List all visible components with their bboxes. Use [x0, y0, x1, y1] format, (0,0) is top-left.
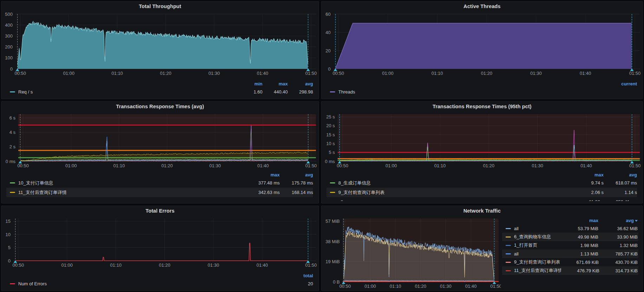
- svg-text:200: 200: [5, 44, 13, 50]
- legend-column-header[interactable]: min: [237, 81, 262, 86]
- response-avg-chart[interactable]: 0 ms2 s4 s6 s00:5001:0001:1001:2001:3001…: [1, 111, 319, 170]
- legend-row[interactable]: Num of Errors20: [6, 279, 313, 288]
- response-95pct-chart[interactable]: 0 ms5 s10 s15 s20 s25 s00:5001:0001:1001…: [321, 111, 643, 170]
- svg-text:01:10: 01:10: [431, 71, 443, 76]
- legend-column-header[interactable]: total: [288, 273, 313, 278]
- svg-text:01:20: 01:20: [415, 284, 427, 289]
- svg-text:01:00: 01:00: [382, 71, 393, 76]
- svg-text:00:50: 00:50: [339, 284, 351, 289]
- panel-header[interactable]: Total Throughput: [1, 1, 319, 11]
- legend-value: 1.60: [237, 89, 262, 95]
- legend-row[interactable]: 11_支付后查询订单详情476.79 KiB314.73 KiB: [502, 266, 638, 275]
- legend-series-label[interactable]: 10_支付订单信息: [18, 180, 53, 186]
- legend-series-label[interactable]: 1_打开首页: [514, 242, 537, 248]
- legend-value: 49.98 MiB: [559, 234, 598, 240]
- svg-text:01:20: 01:20: [483, 163, 495, 168]
- panel-header[interactable]: Transactions Response Times (95th pct): [321, 102, 643, 111]
- legend-value: 440.40: [262, 89, 288, 95]
- svg-text:00:50: 00:50: [333, 71, 344, 76]
- legend-row[interactable]: 9_支付前查询订单列表671.69 KiB430.70 KiB: [502, 258, 638, 266]
- series-color-dash-icon: [10, 91, 15, 92]
- series-color-dash-icon: [506, 228, 511, 229]
- svg-text:01:50: 01:50: [629, 163, 641, 168]
- panel-response-times-95pct: Transactions Response Times (95th pct) 0…: [321, 101, 643, 203]
- legend-series-label[interactable]: 11_支付后查询订单详情: [18, 189, 67, 196]
- legend-series-label[interactable]: Threads: [338, 89, 355, 95]
- legend-header-row: maxavg: [502, 216, 638, 224]
- legend-series-label[interactable]: Req / s: [18, 89, 33, 95]
- panel-response-times-avg: Transactions Response Times (avg) 0 ms2 …: [1, 101, 319, 203]
- legend-value: 377.48 ms: [246, 180, 280, 186]
- legend-row[interactable]: 11_支付后查询订单详情342.63 ms168.14 ms: [6, 188, 313, 197]
- legend-column-header[interactable]: current: [612, 81, 637, 86]
- legend-series-label[interactable]: all: [514, 251, 519, 257]
- throughput-chart[interactable]: 010020030040050000:5001:0001:1001:2001:3…: [1, 11, 319, 77]
- svg-text:0 B: 0 B: [333, 279, 340, 285]
- legend-value: 1.13 MiB: [559, 251, 598, 257]
- panel-header[interactable]: Network Traffic: [321, 206, 643, 216]
- legend-row[interactable]: all1.13 MiB785.77 KiB: [502, 249, 638, 258]
- legend-column-header[interactable]: max: [262, 81, 288, 86]
- legend-series-label[interactable]: 9_支付前查询订单列表: [338, 189, 384, 196]
- legend-row[interactable]: 9_支付前查询订单列表2.06 s1.14 s: [326, 188, 637, 197]
- legend-row[interactable]: Req / s1.60440.40298.98: [6, 87, 313, 97]
- svg-text:5: 5: [8, 245, 11, 250]
- svg-text:15 s: 15 s: [326, 132, 335, 137]
- panel-header[interactable]: Transactions Response Times (avg): [1, 102, 319, 111]
- series-color-dash-icon: [506, 245, 511, 246]
- legend-column-header[interactable]: max: [246, 172, 280, 177]
- errors-chart[interactable]: 05101500:5001:0001:1001:2001:3001:4001:5…: [1, 216, 319, 269]
- svg-text:01:10: 01:10: [113, 163, 125, 168]
- svg-text:01:50: 01:50: [490, 284, 501, 289]
- response-avg-legend: maxavg10_支付订单信息377.48 ms175.78 ms11_支付后查…: [6, 171, 313, 201]
- legend-row[interactable]: 1_打开首页1.98 MiB1.32 MiB: [502, 241, 638, 249]
- panel-title: Total Errors: [145, 208, 174, 214]
- svg-text:57 MiB: 57 MiB: [326, 219, 340, 224]
- svg-text:01:20: 01:20: [161, 163, 173, 168]
- legend-value: 11.36 s: [570, 199, 604, 201]
- series-color-dash-icon: [10, 182, 15, 183]
- panel-header[interactable]: Active Threads: [321, 1, 643, 11]
- legend-row[interactable]: Threads: [326, 87, 637, 97]
- legend-series-label[interactable]: Num of Errors: [18, 281, 47, 286]
- legend-series-label[interactable]: 6_查询购物车信息: [514, 234, 551, 240]
- svg-text:01:50: 01:50: [305, 262, 317, 268]
- legend-series-label[interactable]: 8_生成订单信息: [338, 180, 371, 186]
- panel-title: Transactions Response Times (95th pct): [432, 104, 532, 109]
- legend-row[interactable]: all53.79 MiB36.62 MiB: [502, 224, 638, 233]
- legend-value: 36.62 MiB: [598, 226, 638, 231]
- legend-row[interactable]: all11.36 s652.41 ms: [326, 197, 637, 201]
- legend-series-label[interactable]: all: [514, 226, 519, 231]
- legend-series-label[interactable]: all: [338, 199, 343, 201]
- legend-column-header[interactable]: avg: [280, 172, 313, 177]
- panel-header[interactable]: Total Errors: [1, 206, 319, 216]
- svg-text:0 ms: 0 ms: [325, 159, 335, 164]
- svg-text:01:00: 01:00: [365, 284, 376, 289]
- legend-column-header[interactable]: avg: [598, 218, 638, 223]
- svg-text:01:10: 01:10: [434, 163, 446, 168]
- svg-text:01:30: 01:30: [530, 71, 542, 76]
- svg-text:01:50: 01:50: [629, 71, 641, 76]
- legend-row[interactable]: 6_查询购物车信息49.98 MiB33.90 MiB: [502, 233, 638, 241]
- legend-column-header[interactable]: max: [570, 172, 604, 177]
- panel-title: Active Threads: [463, 4, 500, 9]
- legend-series-label[interactable]: 9_支付前查询订单列表: [514, 259, 560, 265]
- svg-text:5 s: 5 s: [329, 150, 335, 155]
- errors-legend: totalNum of Errors20: [6, 272, 313, 288]
- svg-text:25 s: 25 s: [326, 114, 335, 119]
- legend-header-row: maxavg: [326, 171, 637, 178]
- legend-row[interactable]: 8_生成订单信息9.74 s618.07 ms: [326, 178, 637, 188]
- legend-series-label[interactable]: 11_支付后查询订单详情: [514, 267, 561, 274]
- svg-text:01:20: 01:20: [160, 71, 171, 76]
- legend-column-header[interactable]: max: [559, 218, 598, 223]
- legend-row[interactable]: 10_支付订单信息377.48 ms175.78 ms: [6, 178, 313, 188]
- network-chart[interactable]: 0 B19 MiB38 MiB57 MiB00:5001:0001:1001:2…: [322, 216, 501, 290]
- svg-text:01:10: 01:10: [111, 71, 123, 76]
- legend-column-header[interactable]: avg: [604, 172, 637, 177]
- series-color-dash-icon: [330, 192, 335, 193]
- svg-text:00:50: 00:50: [17, 163, 29, 168]
- threads-chart[interactable]: 020406000:5001:0001:1001:2001:3001:4001:…: [321, 11, 643, 77]
- svg-text:2 s: 2 s: [9, 144, 16, 149]
- legend-column-header[interactable]: avg: [288, 81, 313, 86]
- series-color-dash-icon: [506, 236, 511, 238]
